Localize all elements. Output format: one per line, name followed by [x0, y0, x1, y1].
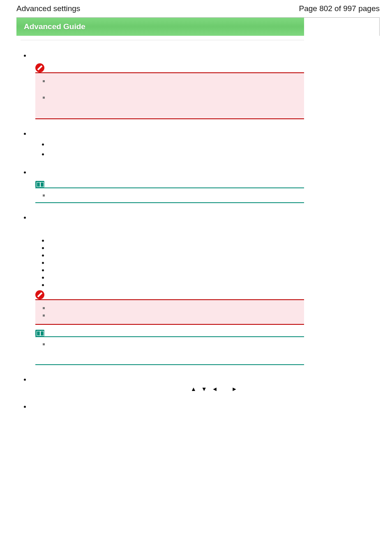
note-icon [35, 181, 44, 187]
setting-item: Preview thumbnail item [30, 403, 304, 410]
important-box: This function may not work if the edge o… [35, 73, 304, 119]
note-box: Available resolution settings depend on … [35, 188, 304, 203]
down-arrow-icon[interactable]: ▼ [201, 386, 207, 392]
option-item: B5 [48, 252, 304, 259]
doc-title-left: Advanced settings [16, 4, 80, 13]
important-box: Only pre-set sizes are selectable. Custo… [35, 300, 304, 325]
setting-item: Prescan auto-crop preview item Important… [30, 52, 304, 119]
setting-item: Document size default selection item A4 … [30, 214, 304, 365]
option-item: 2L [48, 281, 304, 289]
setting-item: Orientation item and arrow buttons ▲ ▼ ◄… [30, 376, 304, 392]
left-arrow-icon[interactable]: ◄ [212, 386, 218, 392]
note-icon [35, 330, 44, 336]
banner: Advanced Guide [16, 17, 380, 36]
setting-item: Resolution default selection item Note A… [30, 169, 304, 203]
option-item: 4"x6" [48, 266, 304, 274]
option-item: A4 [48, 237, 304, 244]
option-item: Black & White [48, 150, 304, 158]
option-item: L [48, 274, 304, 281]
page-indicator: Page 802 of 997 pages [299, 4, 380, 13]
banner-label: Advanced Guide [24, 22, 85, 31]
option-item: A5 [48, 259, 304, 266]
right-arrow-icon[interactable]: ► [232, 386, 238, 392]
important-icon [35, 290, 44, 299]
option-item: Letter [48, 244, 304, 252]
up-arrow-icon[interactable]: ▲ [191, 386, 196, 392]
setting-item: Scan mode default selection item Color B… [30, 130, 304, 158]
option-item: Color [48, 141, 304, 148]
note-box: Some sizes may not appear depending on t… [35, 337, 304, 365]
important-icon [35, 63, 44, 72]
